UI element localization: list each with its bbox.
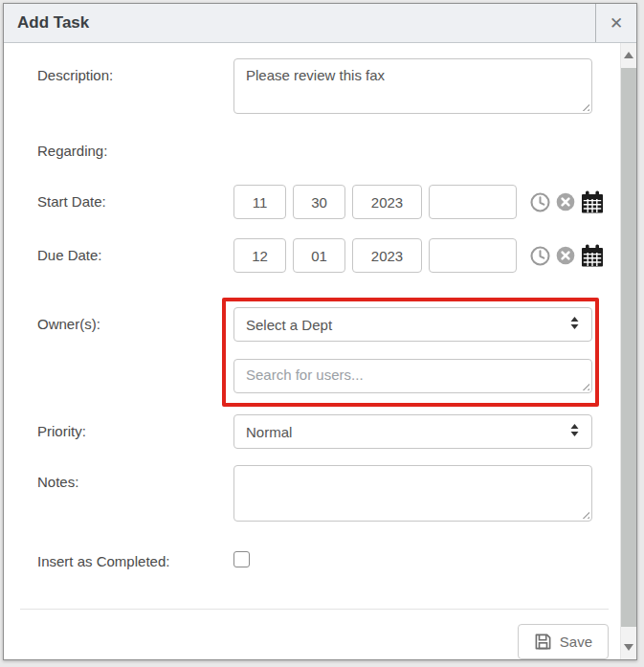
close-icon: ✕ (610, 13, 623, 33)
due-date-year-input[interactable] (352, 238, 422, 273)
start-date-row: Start Date: (37, 185, 636, 219)
due-date-row: Due Date: (37, 238, 636, 273)
select-arrows-icon (569, 423, 580, 440)
vertical-scrollbar[interactable] (620, 43, 636, 659)
save-button[interactable]: Save (518, 624, 609, 659)
scroll-down-arrow-icon[interactable] (624, 644, 633, 651)
start-date-time-input[interactable] (429, 185, 517, 219)
save-icon (534, 633, 552, 651)
notes-textarea[interactable] (233, 465, 592, 522)
notes-label: Notes: (37, 465, 233, 522)
modal-body: Description: Please review this fax Rega… (4, 43, 636, 659)
description-label: Description: (37, 58, 233, 114)
clear-date-icon[interactable] (556, 192, 575, 211)
priority-label: Priority: (37, 414, 233, 449)
dept-select-value: Select a Dept (246, 317, 569, 333)
scroll-up-arrow-icon[interactable] (624, 52, 633, 58)
description-textarea[interactable]: Please review this fax (233, 58, 592, 114)
due-date-day-input[interactable] (293, 238, 345, 273)
due-date-month-input[interactable] (233, 238, 286, 273)
clock-icon[interactable] (530, 246, 550, 266)
start-date-day-input[interactable] (293, 185, 345, 219)
regarding-value (233, 143, 592, 162)
priority-select[interactable]: Normal (233, 414, 592, 449)
calendar-icon[interactable] (581, 244, 604, 267)
user-search-wrap (233, 359, 592, 393)
regarding-label: Regarding: (37, 143, 233, 162)
description-textarea-wrap: Please review this fax (233, 58, 592, 114)
owners-label: Owner(s): (37, 298, 233, 407)
modal-header: Add Task ✕ (4, 4, 636, 43)
start-date-label: Start Date: (37, 185, 233, 219)
close-button[interactable]: ✕ (595, 4, 636, 42)
modal-footer: Save (20, 610, 609, 659)
start-date-month-input[interactable] (233, 185, 286, 219)
clock-icon[interactable] (530, 192, 550, 212)
due-date-label: Due Date: (37, 238, 233, 273)
start-date-year-input[interactable] (352, 185, 422, 219)
insert-completed-label: Insert as Completed: (37, 545, 233, 571)
notes-row: Notes: (37, 465, 636, 522)
scrollbar-thumb[interactable] (621, 68, 636, 627)
regarding-row: Regarding: (37, 143, 636, 162)
clear-date-icon[interactable] (556, 246, 575, 265)
priority-row: Priority: Normal (37, 414, 636, 449)
add-task-modal: Add Task ✕ Description: Please review th… (3, 3, 637, 660)
select-arrows-icon (569, 316, 580, 333)
save-button-label: Save (560, 634, 592, 650)
owners-row: Owner(s): Select a Dept (37, 298, 636, 407)
modal-title: Add Task (4, 13, 595, 33)
user-search-input[interactable] (233, 359, 592, 393)
insert-completed-checkbox[interactable] (233, 551, 250, 567)
notes-textarea-wrap (233, 465, 592, 522)
dept-select[interactable]: Select a Dept (233, 307, 592, 342)
due-date-time-input[interactable] (429, 238, 517, 273)
description-row: Description: Please review this fax (37, 58, 636, 114)
insert-completed-row: Insert as Completed: (37, 545, 636, 571)
calendar-icon[interactable] (581, 190, 604, 213)
priority-select-value: Normal (246, 424, 569, 440)
